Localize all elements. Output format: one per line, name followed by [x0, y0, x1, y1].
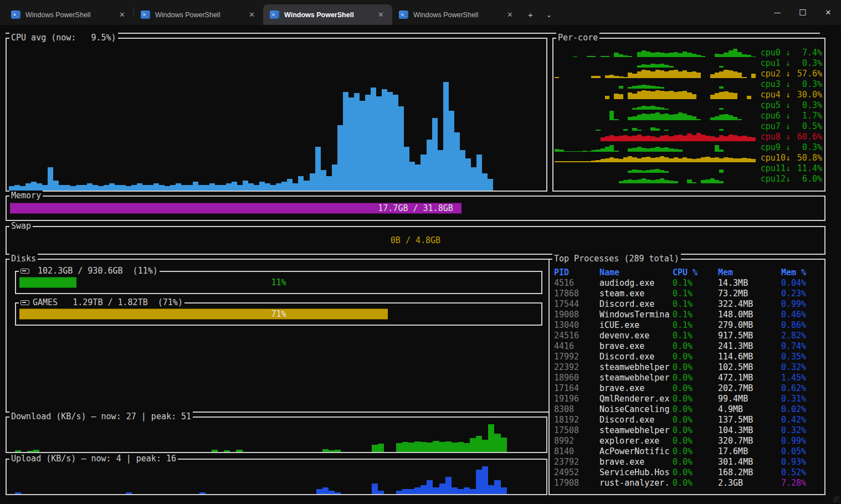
core-label: cpu0 ↓ 7.4%: [757, 48, 822, 58]
minimize-button[interactable]: —: [765, 0, 790, 25]
core-row-0: cpu0 ↓ 7.4%: [555, 48, 822, 58]
sparkline-bar: [646, 85, 650, 89]
table-row[interactable]: 17908rust-analyzer.0.0%2.3GB7.28%: [554, 478, 822, 488]
column-header-cpu-[interactable]: CPU %: [673, 268, 718, 278]
table-row[interactable]: 17868steam.exe0.1%73.2MB0.23%: [554, 289, 822, 299]
sparkline-bar: [729, 158, 733, 162]
chart-bar: [14, 185, 20, 191]
sparkline-bar: [628, 87, 632, 89]
cell: 0.23%: [781, 289, 818, 299]
table-row[interactable]: 8308NoiseCanceling0.0%4.9MB0.02%: [554, 404, 822, 415]
sparkline-bar: [692, 94, 696, 99]
sparkline-bar: [705, 157, 710, 162]
sparkline-bar: [632, 74, 637, 78]
table-row[interactable]: 4416brave.exe0.0%241.3MB0.74%: [554, 341, 822, 352]
column-header-pid[interactable]: PID: [554, 268, 599, 278]
sparkline-bar: [646, 157, 650, 162]
cell: 0.0%: [673, 457, 718, 467]
chart-bar: [104, 185, 109, 191]
sparkline-bar: [605, 75, 609, 78]
disk-box-0: 102.3GB / 930.6GB (11%)11%: [15, 271, 542, 294]
sparkline-bar: [710, 74, 715, 78]
tab-1[interactable]: >_Windows PowerShell✕: [4, 4, 134, 25]
cell: 0.52%: [781, 467, 818, 478]
memory-title: Memory: [9, 191, 43, 200]
tab-close-icon[interactable]: ✕: [116, 11, 128, 19]
table-row[interactable]: 18192Discord.exe0.0%137.5MB0.42%: [554, 415, 822, 425]
column-header-mem-[interactable]: Mem %: [781, 268, 818, 278]
tab-close-icon[interactable]: ✕: [504, 11, 516, 19]
sparkline-bar: [747, 96, 751, 99]
chart-bar: [304, 181, 309, 191]
cell: 17164: [554, 383, 599, 394]
chart-bar: [159, 185, 165, 191]
table-row[interactable]: 24516devenv.exe0.1%917.5MB2.82%: [554, 331, 822, 341]
table-row[interactable]: 17544Discord.exe0.1%322.4MB0.99%: [554, 299, 822, 310]
sparkline-bar: [742, 158, 746, 162]
table-row[interactable]: 17164brave.exe0.0%202.7MB0.62%: [554, 383, 822, 394]
sparkline-bar: [628, 117, 632, 120]
sparkline-bar: [678, 71, 683, 78]
core-sparkline: [555, 100, 756, 110]
sparkline-bar: [650, 136, 655, 141]
table-row[interactable]: 23792brave.exe0.0%301.4MB0.93%: [554, 457, 822, 467]
core-sparkline: [555, 142, 756, 152]
table-row[interactable]: 17508steamwebhelper0.0%104.3MB0.32%: [554, 425, 822, 436]
sparkline-bar: [692, 182, 696, 183]
table-row[interactable]: 4516audiodg.exe0.1%14.3MB0.04%: [554, 278, 822, 289]
cell: 0.0%: [673, 478, 718, 488]
tab-3[interactable]: >_Windows PowerShell✕: [263, 4, 392, 25]
sparkline-bar: [664, 135, 669, 141]
disk-drive-icon: [20, 300, 29, 305]
sparkline-bar: [655, 64, 660, 68]
cell: brave.exe: [599, 383, 673, 394]
column-header-name[interactable]: Name: [599, 268, 673, 278]
sparkline-bar: [605, 136, 609, 141]
column-header-mem[interactable]: Mem: [718, 268, 781, 278]
table-row[interactable]: 24952ServiceHub.Hos0.0%168.2MB0.52%: [554, 467, 822, 478]
terminal-screen: socktop — host: DESKTOP-9P19121 | CPU Te…: [0, 25, 841, 504]
chart-bar: [404, 147, 409, 191]
cell: 0.0%: [673, 467, 718, 478]
close-button[interactable]: ✕: [816, 0, 841, 25]
chart-bar: [376, 96, 382, 191]
cell: 0.0%: [673, 362, 718, 373]
table-row[interactable]: 19008WindowsTermina0.1%148.0MB0.46%: [554, 310, 822, 320]
sparkline-bar: [632, 136, 637, 141]
table-row[interactable]: 22392steamwebhelper0.0%102.5MB0.32%: [554, 362, 822, 373]
sparkline-bar: [737, 136, 742, 141]
download-title: Download (KB/s) — now: 27 | peak: 51: [9, 412, 193, 421]
sparkline-bar: [577, 161, 582, 162]
tab-close-icon[interactable]: ✕: [375, 11, 387, 19]
cell: 0.42%: [781, 415, 818, 425]
tab-close-icon[interactable]: ✕: [246, 11, 258, 19]
sparkline-bar: [710, 158, 715, 162]
tab-4[interactable]: >_Windows PowerShell✕: [392, 4, 521, 25]
tab-label: Windows PowerShell: [284, 11, 370, 19]
cell: 23792: [554, 457, 599, 467]
download-chart: [9, 424, 544, 452]
table-row[interactable]: 17992Discord.exe0.0%114.6MB0.35%: [554, 352, 822, 362]
sparkline-bar: [642, 50, 646, 57]
new-tab-button[interactable]: +: [521, 4, 540, 25]
tab-dropdown-chevron-icon[interactable]: ⌄: [540, 4, 558, 25]
maximize-button[interactable]: ☐: [790, 0, 816, 25]
chart-bar: [460, 150, 465, 191]
upload-panel: Upload (KB/s) — now: 4 | peak: 16: [6, 459, 547, 495]
resize-grip[interactable]: [833, 496, 840, 503]
core-sparkline: [555, 121, 756, 131]
table-row[interactable]: 8140AcPowerNotific0.0%17.6MB0.05%: [554, 446, 822, 457]
table-row[interactable]: 18960steamwebhelper0.0%472.1MB1.45%: [554, 373, 822, 383]
chart-bar: [115, 185, 120, 191]
table-row[interactable]: 13040iCUE.exe0.1%279.0MB0.86%: [554, 320, 822, 331]
table-row[interactable]: 8992explorer.exe0.0%320.7MB0.99%: [554, 436, 822, 446]
titlebar: >_Windows PowerShell✕>_Windows PowerShel…: [0, 0, 841, 25]
tab-2[interactable]: >_Windows PowerShell✕: [134, 4, 263, 25]
sparkline-bar: [614, 94, 618, 99]
sparkline-bar: [596, 130, 600, 131]
table-row[interactable]: 19196QmlRenderer.ex0.0%99.4MB0.31%: [554, 394, 822, 404]
cell: iCUE.exe: [599, 320, 673, 331]
sparkline-bar: [683, 114, 687, 120]
chart-bar: [393, 95, 398, 191]
chart-bar: [322, 449, 329, 452]
